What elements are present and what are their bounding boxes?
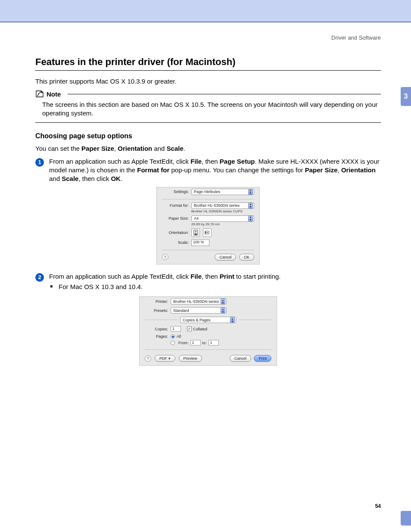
- select-arrows-icon: ▲▼: [221, 308, 225, 313]
- text: , then: [202, 158, 220, 165]
- text: From an application such as Apple TextEd…: [49, 158, 190, 165]
- pages-from-label: From:: [178, 341, 189, 345]
- pages-label: Pages:: [145, 334, 168, 339]
- step-number-icon: 2: [35, 273, 44, 282]
- step-2: 2 From an application such as Apple Text…: [35, 272, 381, 293]
- cancel-button[interactable]: Cancel: [215, 254, 236, 261]
- note-icon: [35, 90, 44, 98]
- copies-input[interactable]: 1: [171, 326, 181, 332]
- pages-all-radio[interactable]: [171, 334, 175, 339]
- select-arrows-icon: ▲▼: [248, 203, 253, 208]
- text-bold: Paper Size: [305, 166, 338, 174]
- text: to start printing.: [234, 273, 281, 280]
- help-button[interactable]: ?: [162, 254, 168, 260]
- lead-paragraph: You can set the Paper Size, Orientation …: [35, 144, 381, 153]
- paper-size-select[interactable]: A4 ▲▼: [191, 215, 254, 222]
- text-bold: File: [190, 158, 202, 165]
- pages-to-label: to:: [202, 341, 207, 345]
- step-1-body: From an application such as Apple TextEd…: [49, 157, 381, 184]
- svg-point-3: [207, 232, 208, 233]
- format-for-subtext: Brother HL-5350DN series CUPS: [157, 209, 259, 213]
- select-value: A4: [194, 216, 199, 221]
- presets-label: Presets:: [145, 308, 168, 313]
- help-button[interactable]: ?: [145, 355, 151, 362]
- page-content: Driver and Software Features in the prin…: [0, 22, 411, 382]
- text-bold: Orientation: [341, 166, 376, 174]
- ok-button[interactable]: OK: [239, 254, 254, 261]
- note-label: Note: [47, 90, 61, 98]
- collated-label: Collated: [193, 327, 207, 331]
- scale-label: Scale:: [162, 240, 189, 245]
- settings-label: Settings:: [162, 190, 189, 194]
- orientation-portrait-button[interactable]: [191, 228, 200, 237]
- text-bold: Page Setup: [220, 158, 255, 165]
- printer-select[interactable]: Brother HL-5350DN series ▲▼: [171, 298, 227, 305]
- note-block: Note The screens in this section are bas…: [35, 90, 381, 123]
- text-bold: Paper Size: [81, 145, 114, 152]
- paper-size-subtext: 20.99 by 29.70 cm: [157, 222, 259, 226]
- text: , then: [202, 273, 220, 280]
- dialog-separator: [162, 199, 254, 199]
- running-head: Driver and Software: [35, 34, 381, 41]
- intro-paragraph: This printer supports Mac OS X 10.3.9 or…: [35, 78, 381, 85]
- select-arrows-icon: ▲▼: [221, 299, 225, 304]
- text: You can set the: [35, 145, 81, 152]
- pages-all-label: All: [177, 334, 181, 339]
- text-bold: Scale: [167, 145, 184, 152]
- text-bold: Format for: [137, 166, 169, 174]
- pdf-button[interactable]: PDF ▾: [155, 355, 175, 362]
- format-for-select[interactable]: Brother HL-5350DN series ▲▼: [191, 202, 254, 209]
- select-arrows-icon: ▲▼: [230, 317, 235, 323]
- page-setup-dialog: Settings: Page Attributes ▲▼ Format for:…: [156, 187, 260, 264]
- settings-select[interactable]: Page Attributes ▲▼: [191, 189, 254, 195]
- preview-button[interactable]: Preview: [179, 355, 202, 362]
- step-number-icon: 1: [35, 158, 44, 167]
- select-value: Page Attributes: [194, 190, 220, 194]
- text-bold: File: [190, 273, 202, 280]
- section-select[interactable]: Copies & Pages ▲▼: [180, 317, 236, 323]
- text: pop-up menu. You can change the settings…: [169, 166, 305, 174]
- pages-from-radio[interactable]: [171, 341, 175, 345]
- copies-label: Copies:: [145, 327, 168, 331]
- text: .: [121, 175, 122, 182]
- select-value: Brother HL-5350DN series: [173, 299, 219, 304]
- dialog-separator: [162, 250, 254, 250]
- print-button[interactable]: Print: [254, 355, 271, 362]
- select-arrows-icon: ▲▼: [248, 216, 253, 221]
- section-title: Features in the printer driver (for Maci…: [35, 56, 381, 68]
- printer-label: Printer:: [145, 299, 168, 304]
- presets-select[interactable]: Standard ▲▼: [171, 307, 227, 314]
- title-rule: [35, 70, 381, 71]
- note-head-rule: [68, 94, 381, 94]
- text-bold: Print: [220, 273, 234, 280]
- page-header-bar: [0, 0, 411, 22]
- select-arrows-icon: ▲▼: [248, 189, 253, 195]
- text: , then click: [78, 175, 111, 182]
- section-separator: Copies & Pages ▲▼: [145, 317, 271, 323]
- orientation-label: Orientation:: [162, 230, 189, 235]
- text-bold: Scale: [62, 175, 78, 182]
- step-2-sub-bullet: For Mac OS X 10.3 and 10.4.: [49, 283, 381, 291]
- cancel-button[interactable]: Cancel: [230, 355, 251, 362]
- text-bold: OK: [111, 175, 121, 182]
- dialog-separator: [145, 349, 271, 350]
- format-for-label: Format for:: [162, 203, 189, 208]
- step-1: 1 From an application such as Apple Text…: [35, 157, 381, 184]
- orientation-landscape-button[interactable]: [203, 228, 212, 237]
- scale-input[interactable]: 100 %: [191, 240, 209, 246]
- note-body: The screens in this section are based on…: [35, 98, 381, 123]
- pages-from-input[interactable]: 1: [190, 340, 201, 345]
- pages-to-input[interactable]: 1: [209, 340, 219, 345]
- text-bold: Orientation: [118, 145, 152, 152]
- select-value: Brother HL-5350DN series: [194, 203, 240, 208]
- print-dialog: Printer: Brother HL-5350DN series ▲▼ Pre…: [139, 296, 277, 366]
- paper-size-label: Paper Size:: [162, 216, 189, 221]
- collated-checkbox[interactable]: ✔: [187, 327, 192, 331]
- select-value: Standard: [173, 308, 189, 313]
- select-value: Copies & Pages: [183, 318, 211, 322]
- svg-point-1: [195, 231, 196, 232]
- subsection-title: Choosing page setup options: [35, 132, 381, 140]
- text: From an application such as Apple TextEd…: [49, 273, 190, 280]
- step-2-body: From an application such as Apple TextEd…: [49, 272, 381, 293]
